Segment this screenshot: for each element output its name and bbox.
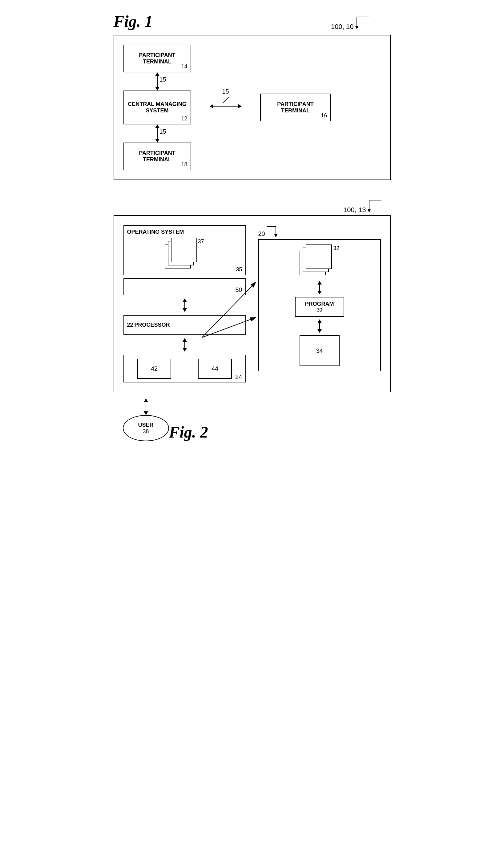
- vline-1: [157, 76, 158, 87]
- hline-1: [213, 106, 238, 106]
- fig1-inner: PARTICIPANT TERMINAL 14 15 CENTRAL MANAG…: [124, 45, 381, 170]
- storage-ref: 24: [235, 373, 242, 381]
- participant-terminal-14-box: PARTICIPANT TERMINAL 14: [124, 45, 191, 72]
- os-box: OPERATING SYSTEM 37 35: [124, 225, 246, 275]
- central-managing-label: CENTRAL MANAGING SYSTEM: [127, 101, 188, 114]
- participant-terminal-16-box: PARTICIPANT TERMINAL 16: [260, 94, 331, 121]
- vline-6: [319, 323, 320, 329]
- arrow-down-1: [155, 87, 159, 90]
- storage-cell-42: 42: [137, 359, 171, 379]
- link-ref-15-mid: 15: [222, 88, 229, 95]
- ref-15-tick: [221, 96, 230, 104]
- fig1-ref-arrow: [354, 15, 372, 31]
- bidir-v-prog-data: [317, 319, 322, 333]
- arrow-up-5: [317, 281, 322, 285]
- participant-terminal-18-ref: 18: [181, 161, 187, 168]
- fig2-footer: USER 38 Fig. 2: [114, 399, 217, 441]
- arrow-down-3: [183, 308, 187, 312]
- os-label: OPERATING SYSTEM: [127, 229, 242, 235]
- user-ref: 38: [143, 428, 149, 435]
- storage-box: 42 44 24: [124, 355, 246, 383]
- arrow-right-1: [238, 104, 242, 109]
- arrow-down-6: [317, 329, 322, 333]
- prog-page-front: [306, 244, 332, 269]
- storage-44-ref: 44: [212, 365, 218, 372]
- arrow-up-6: [317, 319, 322, 323]
- program-box: PROGRAM 30: [295, 297, 344, 317]
- os-stack-ref: 37: [198, 238, 204, 245]
- svg-marker-6: [368, 210, 371, 213]
- program-ref: 30: [305, 307, 334, 313]
- fig1-ref-area: 100, 10: [331, 15, 372, 31]
- participant-terminal-16-label: PARTICIPANT TERMINAL: [263, 101, 328, 114]
- bidir-v-stor-user: [144, 399, 148, 415]
- participant-terminal-14-label: PARTICIPANT TERMINAL: [127, 52, 188, 65]
- arrow-left-1: [210, 104, 213, 109]
- vline-5: [319, 285, 320, 291]
- arrow-up-4: [183, 338, 187, 342]
- page-container: Fig. 1 100, 10 PARTICIPANT TERMINAL: [114, 12, 391, 441]
- fig1-outer-box: PARTICIPANT TERMINAL 14 15 CENTRAL MANAG…: [114, 35, 391, 180]
- program-area-arrow: [265, 225, 279, 238]
- link-ref-15-top: 15: [159, 76, 166, 83]
- bidir-v-stack-prog: [317, 281, 322, 295]
- fig1-title: Fig. 1: [114, 12, 153, 30]
- arrow-down-4: [183, 348, 187, 352]
- arrow-up-3: [183, 298, 187, 302]
- fig2-title: Fig. 2: [169, 423, 208, 441]
- data-box: 34: [300, 335, 340, 366]
- bidir-v-mem-proc: [183, 298, 187, 312]
- os-stack: 37: [165, 238, 205, 272]
- storage-cell-44: 44: [198, 359, 232, 379]
- participant-terminal-16-ref: 16: [321, 112, 327, 119]
- processor-label: PROCESSOR: [134, 322, 170, 328]
- svg-line-3: [222, 97, 229, 103]
- memory-box: 50: [124, 278, 246, 295]
- svg-marker-2: [355, 26, 358, 29]
- vline-3: [184, 302, 185, 308]
- bidir-v-proc-stor: [183, 338, 187, 352]
- arrow-down-2: [155, 139, 159, 143]
- fig1-left-col: PARTICIPANT TERMINAL 14 15 CENTRAL MANAG…: [124, 45, 191, 170]
- program-stack-ref: 32: [333, 245, 339, 252]
- storage-42-ref: 42: [151, 365, 158, 372]
- fig2-wrapper: 100, 13 OPERATING SYSTEM: [114, 199, 391, 441]
- svg-marker-9: [274, 234, 277, 238]
- fig2-right-col: 20 32: [258, 225, 381, 383]
- program-stack: 32: [300, 244, 340, 278]
- program-label: PROGRAM: [305, 301, 334, 307]
- vline-4: [184, 342, 185, 348]
- central-managing-box: CENTRAL MANAGING SYSTEM 12: [124, 90, 191, 125]
- h-arrow-area: 15: [210, 45, 242, 170]
- page-front: [171, 238, 197, 262]
- processor-box: 22 PROCESSOR: [124, 315, 246, 335]
- arrow-15-bot: 15: [155, 125, 159, 143]
- memory-ref: 50: [235, 286, 242, 293]
- fig2-left-col: OPERATING SYSTEM 37 35 50: [124, 225, 246, 383]
- vline-2: [157, 128, 158, 139]
- fig2-ref-label: 100, 13: [343, 206, 366, 214]
- program-area-ref: 20: [258, 230, 265, 238]
- program-area-box: 32 PROGRAM 30: [258, 239, 381, 371]
- link-ref-15-bot: 15: [159, 128, 166, 135]
- os-ref: 35: [236, 266, 242, 273]
- fig2-ref-arrow: [366, 199, 385, 214]
- arrow-down-5: [317, 291, 322, 295]
- fig1-header: Fig. 1 100, 10: [114, 12, 391, 33]
- central-managing-ref: 12: [181, 115, 187, 122]
- processor-ref: 22: [127, 322, 133, 328]
- participant-terminal-14-ref: 14: [181, 63, 187, 70]
- arrow-15-top: 15: [155, 72, 159, 90]
- vline-7: [146, 402, 146, 411]
- bidir-h-arrow: [210, 104, 242, 109]
- fig2-ref-area: 100, 13: [343, 199, 384, 214]
- user-label: USER: [138, 422, 153, 428]
- arrow-up-7: [144, 399, 148, 402]
- arrow-down-7: [144, 411, 148, 415]
- fig1-right-col: PARTICIPANT TERMINAL 16: [260, 45, 331, 170]
- arrow-up-2: [155, 125, 159, 128]
- arrow-up-1: [155, 72, 159, 76]
- program-area-ref-area: 20: [258, 225, 279, 238]
- fig2-inner: OPERATING SYSTEM 37 35 50: [124, 225, 381, 383]
- fig2-outer-box: OPERATING SYSTEM 37 35 50: [114, 215, 391, 392]
